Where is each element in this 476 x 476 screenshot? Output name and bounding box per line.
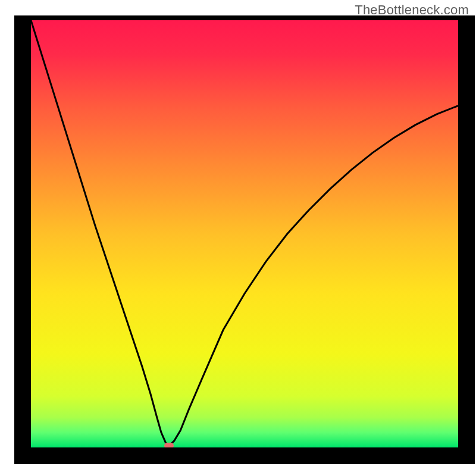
chart-container: TheBottleneck.com xyxy=(0,0,476,476)
plot-frame xyxy=(14,15,475,464)
plot-area xyxy=(31,20,458,447)
bottleneck-curve-path xyxy=(31,20,458,445)
watermark-text: TheBottleneck.com xyxy=(355,2,469,18)
curve-layer xyxy=(31,20,458,447)
optimum-marker xyxy=(164,443,174,447)
